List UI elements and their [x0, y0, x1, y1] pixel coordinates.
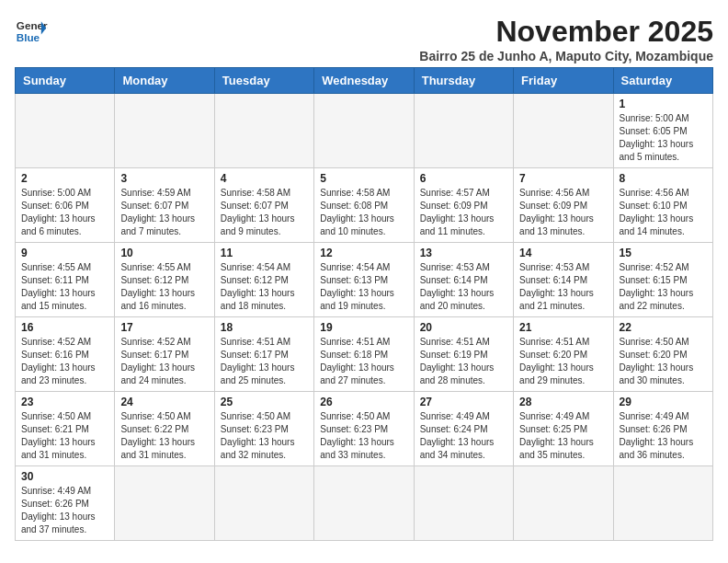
day-number: 24: [120, 396, 208, 408]
day-info: Sunrise: 4:50 AM Sunset: 6:22 PM Dayligh…: [120, 410, 208, 462]
day-info: Sunrise: 4:52 AM Sunset: 6:17 PM Dayligh…: [120, 336, 208, 387]
day-number: 21: [519, 321, 607, 334]
day-number: 22: [620, 321, 707, 334]
day-info: Sunrise: 4:50 AM Sunset: 6:20 PM Dayligh…: [620, 336, 707, 387]
day-info: Sunrise: 4:49 AM Sunset: 6:24 PM Dayligh…: [420, 410, 507, 462]
day-info: Sunrise: 4:51 AM Sunset: 6:19 PM Dayligh…: [420, 336, 507, 387]
day-number: 1: [620, 98, 707, 110]
week-row-0: 1Sunrise: 5:00 AM Sunset: 6:05 PM Daylig…: [16, 94, 713, 168]
day-info: Sunrise: 4:58 AM Sunset: 6:08 PM Dayligh…: [320, 187, 407, 238]
day-cell: 24Sunrise: 4:50 AM Sunset: 6:22 PM Dayli…: [115, 392, 214, 466]
day-cell: [514, 94, 613, 168]
day-number: 30: [21, 470, 108, 483]
header-day-monday: Monday: [115, 68, 214, 94]
day-number: 13: [420, 247, 507, 259]
day-info: Sunrise: 4:49 AM Sunset: 6:25 PM Dayligh…: [519, 410, 607, 462]
day-number: 17: [120, 321, 208, 334]
calendar: SundayMondayTuesdayWednesdayThursdayFrid…: [15, 67, 713, 541]
day-number: 20: [420, 321, 507, 334]
day-number: 26: [320, 396, 407, 408]
day-info: Sunrise: 4:59 AM Sunset: 6:07 PM Dayligh…: [120, 187, 208, 238]
day-cell: [613, 466, 712, 541]
day-info: Sunrise: 4:53 AM Sunset: 6:14 PM Dayligh…: [420, 261, 507, 313]
day-cell: 12Sunrise: 4:54 AM Sunset: 6:13 PM Dayli…: [314, 243, 414, 317]
day-cell: 28Sunrise: 4:49 AM Sunset: 6:25 PM Dayli…: [514, 392, 613, 466]
day-number: 11: [221, 247, 308, 259]
day-number: 16: [21, 321, 108, 334]
day-cell: 16Sunrise: 4:52 AM Sunset: 6:16 PM Dayli…: [16, 317, 115, 392]
day-cell: [414, 466, 513, 541]
day-cell: [115, 466, 214, 541]
day-info: Sunrise: 4:58 AM Sunset: 6:07 PM Dayligh…: [221, 187, 308, 238]
day-info: Sunrise: 4:57 AM Sunset: 6:09 PM Dayligh…: [420, 187, 507, 238]
day-number: 29: [620, 396, 707, 408]
day-number: 4: [221, 172, 308, 185]
day-info: Sunrise: 4:53 AM Sunset: 6:14 PM Dayligh…: [519, 261, 607, 313]
header-day-saturday: Saturday: [613, 68, 712, 94]
day-info: Sunrise: 5:00 AM Sunset: 6:06 PM Dayligh…: [21, 187, 108, 238]
day-number: 7: [519, 172, 607, 185]
day-cell: 2Sunrise: 5:00 AM Sunset: 6:06 PM Daylig…: [16, 168, 115, 243]
day-cell: 4Sunrise: 4:58 AM Sunset: 6:07 PM Daylig…: [214, 168, 313, 243]
day-number: 19: [320, 321, 407, 334]
day-cell: [314, 466, 414, 541]
day-cell: 25Sunrise: 4:50 AM Sunset: 6:23 PM Dayli…: [214, 392, 313, 466]
day-number: 23: [21, 396, 108, 408]
day-number: 2: [21, 172, 108, 185]
header-day-sunday: Sunday: [16, 68, 115, 94]
day-info: Sunrise: 4:51 AM Sunset: 6:17 PM Dayligh…: [221, 336, 308, 387]
day-number: 12: [320, 247, 407, 259]
day-info: Sunrise: 4:56 AM Sunset: 6:09 PM Dayligh…: [519, 187, 607, 238]
week-row-1: 2Sunrise: 5:00 AM Sunset: 6:06 PM Daylig…: [16, 168, 713, 243]
day-info: Sunrise: 4:54 AM Sunset: 6:12 PM Dayligh…: [221, 261, 308, 313]
day-info: Sunrise: 4:52 AM Sunset: 6:16 PM Dayligh…: [21, 336, 108, 387]
day-info: Sunrise: 4:49 AM Sunset: 6:26 PM Dayligh…: [21, 485, 108, 536]
header-day-wednesday: Wednesday: [314, 68, 414, 94]
day-number: 27: [420, 396, 507, 408]
day-info: Sunrise: 4:51 AM Sunset: 6:18 PM Dayligh…: [320, 336, 407, 387]
week-row-2: 9Sunrise: 4:55 AM Sunset: 6:11 PM Daylig…: [16, 243, 713, 317]
title-area: November 2025 Bairro 25 de Junho A, Mapu…: [419, 15, 713, 63]
day-cell: 22Sunrise: 4:50 AM Sunset: 6:20 PM Dayli…: [613, 317, 712, 392]
day-cell: 23Sunrise: 4:50 AM Sunset: 6:21 PM Dayli…: [16, 392, 115, 466]
month-title: November 2025: [419, 15, 713, 49]
day-cell: [414, 94, 513, 168]
day-cell: 15Sunrise: 4:52 AM Sunset: 6:15 PM Dayli…: [613, 243, 712, 317]
day-cell: 30Sunrise: 4:49 AM Sunset: 6:26 PM Dayli…: [16, 466, 115, 541]
day-cell: 18Sunrise: 4:51 AM Sunset: 6:17 PM Dayli…: [214, 317, 313, 392]
week-row-5: 30Sunrise: 4:49 AM Sunset: 6:26 PM Dayli…: [16, 466, 713, 541]
week-row-3: 16Sunrise: 4:52 AM Sunset: 6:16 PM Dayli…: [16, 317, 713, 392]
day-info: Sunrise: 5:00 AM Sunset: 6:05 PM Dayligh…: [620, 112, 707, 164]
logo-svg: General Blue: [15, 15, 48, 48]
svg-text:Blue: Blue: [17, 31, 40, 43]
day-cell: 19Sunrise: 4:51 AM Sunset: 6:18 PM Dayli…: [314, 317, 414, 392]
day-number: 8: [620, 172, 707, 185]
days-header-row: SundayMondayTuesdayWednesdayThursdayFrid…: [16, 68, 713, 94]
day-cell: 26Sunrise: 4:50 AM Sunset: 6:23 PM Dayli…: [314, 392, 414, 466]
day-cell: 17Sunrise: 4:52 AM Sunset: 6:17 PM Dayli…: [115, 317, 214, 392]
day-cell: 3Sunrise: 4:59 AM Sunset: 6:07 PM Daylig…: [115, 168, 214, 243]
header-day-tuesday: Tuesday: [214, 68, 313, 94]
day-info: Sunrise: 4:51 AM Sunset: 6:20 PM Dayligh…: [519, 336, 607, 387]
day-info: Sunrise: 4:55 AM Sunset: 6:11 PM Dayligh…: [21, 261, 108, 313]
subtitle: Bairro 25 de Junho A, Maputo City, Mozam…: [419, 49, 713, 63]
day-number: 14: [519, 247, 607, 259]
header-day-friday: Friday: [514, 68, 613, 94]
day-cell: 20Sunrise: 4:51 AM Sunset: 6:19 PM Dayli…: [414, 317, 513, 392]
day-cell: 1Sunrise: 5:00 AM Sunset: 6:05 PM Daylig…: [613, 94, 712, 168]
day-cell: 27Sunrise: 4:49 AM Sunset: 6:24 PM Dayli…: [414, 392, 513, 466]
day-cell: 8Sunrise: 4:56 AM Sunset: 6:10 PM Daylig…: [613, 168, 712, 243]
day-number: 25: [221, 396, 308, 408]
day-cell: [214, 94, 313, 168]
day-cell: 11Sunrise: 4:54 AM Sunset: 6:12 PM Dayli…: [214, 243, 313, 317]
day-cell: 29Sunrise: 4:49 AM Sunset: 6:26 PM Dayli…: [613, 392, 712, 466]
day-cell: 10Sunrise: 4:55 AM Sunset: 6:12 PM Dayli…: [115, 243, 214, 317]
week-row-4: 23Sunrise: 4:50 AM Sunset: 6:21 PM Dayli…: [16, 392, 713, 466]
day-info: Sunrise: 4:56 AM Sunset: 6:10 PM Dayligh…: [620, 187, 707, 238]
header: General Blue November 2025 Bairro 25 de …: [15, 15, 713, 63]
day-info: Sunrise: 4:50 AM Sunset: 6:23 PM Dayligh…: [320, 410, 407, 462]
day-number: 10: [120, 247, 208, 259]
day-cell: 9Sunrise: 4:55 AM Sunset: 6:11 PM Daylig…: [16, 243, 115, 317]
day-cell: [115, 94, 214, 168]
day-info: Sunrise: 4:49 AM Sunset: 6:26 PM Dayligh…: [620, 410, 707, 462]
